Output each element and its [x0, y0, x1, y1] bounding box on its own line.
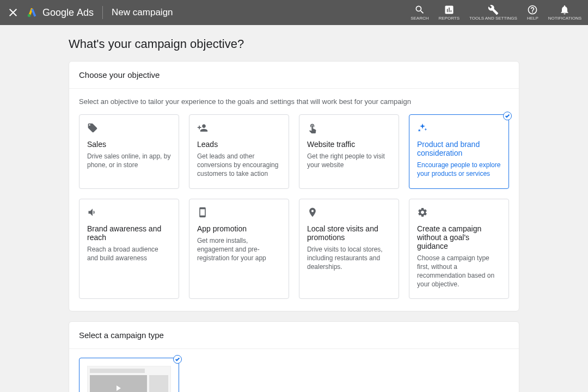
sparkle-icon — [417, 122, 501, 134]
top-bar: Google Ads New campaign Search Reports T… — [0, 0, 588, 25]
people-icon — [197, 122, 281, 134]
nav-reports[interactable]: Reports — [439, 4, 460, 21]
objective-panel-title: Choose your objective — [69, 62, 519, 89]
objective-card-none[interactable]: Create a campaign without a goal's guida… — [409, 199, 509, 299]
campaign-type-card-video[interactable]: Video Reach and engage viewers on YouTub… — [79, 358, 179, 392]
gear-icon — [417, 207, 501, 219]
card-desc: Choose a campaign type first, without a … — [417, 254, 501, 289]
header-page-title: New campaign — [112, 7, 173, 18]
nav-search[interactable]: Search — [411, 4, 428, 21]
brand-text: Google Ads — [42, 7, 94, 19]
card-title: Local store visits and promotions — [307, 224, 391, 242]
campaign-type-title: Select a campaign type — [69, 322, 519, 349]
objective-card-traffic[interactable]: Website traffic Get the right people to … — [299, 114, 399, 189]
objective-card-awareness[interactable]: Brand awareness and reach Reach a broad … — [79, 199, 179, 299]
brand-logo: Google Ads — [26, 6, 94, 20]
objective-card-local[interactable]: Local store visits and promotions Drive … — [299, 199, 399, 299]
page-question: What's your campaign objective? — [69, 37, 519, 51]
megaphone-icon — [87, 207, 171, 219]
selected-check-icon — [503, 112, 512, 120]
nav-help[interactable]: Help — [527, 4, 538, 21]
card-desc: Reach a broad audience and build awarene… — [87, 245, 171, 262]
search-icon — [414, 4, 425, 15]
help-icon — [527, 4, 538, 15]
card-title: Product and brand consideration — [417, 140, 501, 157]
card-desc: Encourage people to explore your product… — [417, 161, 501, 178]
reports-icon — [444, 4, 455, 15]
play-icon — [117, 385, 121, 391]
card-desc: Get the right people to visit your websi… — [307, 152, 391, 169]
objective-card-sales[interactable]: Sales Drive sales online, in app, by pho… — [79, 114, 179, 189]
ads-logo-icon — [26, 6, 38, 20]
tag-icon — [87, 122, 171, 134]
objective-panel-subtitle: Select an objective to tailor your exper… — [79, 97, 509, 106]
card-title: Website traffic — [307, 140, 391, 149]
card-desc: Drive visits to local stores, including … — [307, 245, 391, 272]
nav-notifications[interactable]: Notifications — [548, 4, 581, 21]
close-button[interactable] — [7, 6, 20, 19]
pin-icon — [307, 207, 391, 219]
click-icon — [307, 122, 391, 134]
objective-card-brand-consideration[interactable]: Product and brand consideration Encourag… — [409, 114, 509, 189]
svg-point-0 — [28, 14, 31, 16]
card-title: Create a campaign without a goal's guida… — [417, 224, 501, 250]
card-desc: Drive sales online, in app, by phone, or… — [87, 152, 171, 169]
objective-card-leads[interactable]: Leads Get leads and other conversions by… — [189, 114, 289, 189]
main-content: What's your campaign objective? Choose y… — [69, 25, 519, 392]
card-title: Brand awareness and reach — [87, 224, 171, 242]
selected-check-icon — [173, 355, 182, 364]
tools-icon — [488, 4, 499, 15]
card-title: Sales — [87, 140, 171, 149]
top-nav: Search Reports Tools and Settings Help N… — [411, 4, 581, 21]
card-desc: Get more installs, engagement and pre-re… — [197, 236, 281, 263]
video-thumbnail — [87, 366, 171, 392]
campaign-type-panel: Select a campaign type Video Reach and e… — [69, 321, 519, 392]
card-title: App promotion — [197, 224, 281, 233]
card-title: Leads — [197, 140, 281, 149]
header-divider — [102, 6, 103, 19]
objective-card-app[interactable]: App promotion Get more installs, engagem… — [189, 199, 289, 299]
nav-tools[interactable]: Tools and Settings — [469, 4, 517, 21]
objective-panel: Choose your objective Select an objectiv… — [69, 61, 519, 311]
bell-icon — [559, 4, 570, 15]
phone-icon — [197, 207, 281, 219]
card-desc: Get leads and other conversions by encou… — [197, 152, 281, 179]
